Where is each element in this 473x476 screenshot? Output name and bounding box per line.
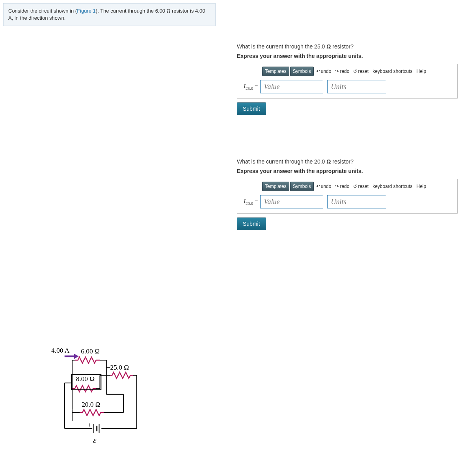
redo-button[interactable]: ↷redo: [333, 182, 351, 190]
keyboard-shortcuts-button[interactable]: keyboard shortcuts: [371, 67, 414, 75]
help-button[interactable]: Help: [415, 182, 428, 190]
variable-label-2: I20.0 =: [244, 198, 258, 206]
redo-button[interactable]: ↷redo: [333, 67, 351, 75]
submit-button-1[interactable]: Submit: [237, 102, 266, 115]
r4-label: 20.0 Ω: [82, 401, 101, 408]
symbols-button[interactable]: Symbols: [290, 67, 314, 76]
undo-icon: ↶: [316, 184, 320, 189]
r3-resistor-icon: [72, 386, 96, 392]
reset-button[interactable]: ↺reset: [352, 182, 370, 190]
current-label: 4.00 A: [51, 347, 70, 354]
redo-icon: ↷: [335, 69, 339, 74]
symbols-button[interactable]: Symbols: [290, 182, 314, 191]
reset-button[interactable]: ↺reset: [352, 67, 370, 75]
help-button[interactable]: Help: [415, 67, 428, 75]
figure-link[interactable]: Figure 1: [77, 8, 96, 14]
answer-box-2: Templates Symbols ↶undo ↷redo ↺reset key…: [237, 179, 458, 214]
r1-label: 6.00 Ω: [81, 348, 100, 355]
equation-toolbar-2: Templates Symbols ↶undo ↷redo ↺reset key…: [262, 182, 454, 191]
question-1-prompt: What is the current through the 25.0 Ω r…: [237, 43, 473, 50]
answer-box-1: Templates Symbols ↶undo ↷redo ↺reset key…: [237, 64, 458, 99]
question-1: What is the current through the 25.0 Ω r…: [237, 43, 473, 115]
r1-resistor-icon: [75, 357, 100, 363]
r4-resistor-icon: [80, 409, 104, 415]
emf-label: ε: [93, 435, 97, 445]
undo-icon: ↶: [316, 69, 320, 74]
undo-button[interactable]: ↶undo: [315, 182, 333, 190]
reset-icon: ↺: [353, 184, 357, 189]
templates-button[interactable]: Templates: [262, 67, 289, 76]
r3-label: 8.00 Ω: [76, 375, 95, 383]
submit-button-2[interactable]: Submit: [237, 218, 266, 230]
r2-label: 25.0 Ω: [110, 364, 129, 371]
reset-icon: ↺: [353, 69, 357, 74]
question-2-prompt: What is the current through the 20.0 Ω r…: [237, 158, 473, 165]
units-input-1[interactable]: [327, 80, 386, 93]
value-input-2[interactable]: [260, 195, 323, 208]
circuit-diagram: 4.00 A 6.00 Ω 25.0 Ω 8.00 Ω: [51, 343, 158, 461]
equation-toolbar: Templates Symbols ↶undo ↷redo ↺reset key…: [262, 67, 454, 76]
plus-sign: +: [88, 421, 92, 429]
question-2: What is the current through the 20.0 Ω r…: [237, 158, 473, 230]
keyboard-shortcuts-button[interactable]: keyboard shortcuts: [371, 182, 414, 190]
undo-button[interactable]: ↶undo: [315, 67, 333, 75]
question-1-instruction: Express your answer with the appropriate…: [237, 53, 473, 59]
variable-label-1: I25.0 =: [244, 83, 258, 91]
problem-text-before: Consider the circuit shown in (: [8, 8, 77, 14]
question-2-instruction: Express your answer with the appropriate…: [237, 168, 473, 174]
redo-icon: ↷: [335, 184, 339, 189]
units-input-2[interactable]: [327, 195, 386, 208]
value-input-1[interactable]: [260, 80, 323, 93]
templates-button[interactable]: Templates: [262, 182, 289, 191]
current-arrow-icon: [65, 354, 79, 359]
r2-resistor-icon: [110, 372, 133, 378]
problem-statement: Consider the circuit shown in (Figure 1)…: [3, 3, 216, 26]
